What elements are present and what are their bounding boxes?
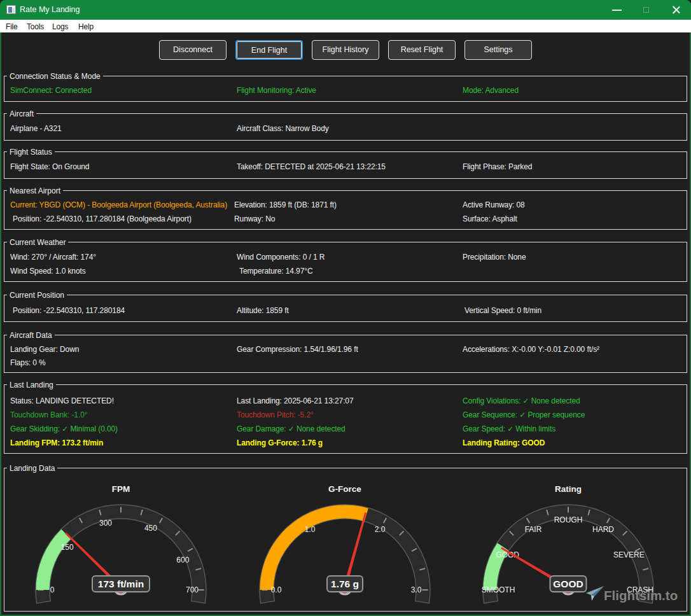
svg-text:0.0: 0.0	[271, 585, 282, 594]
svg-text:ROUGH: ROUGH	[554, 515, 583, 524]
svg-text:1.0: 1.0	[305, 525, 316, 534]
svg-text:SMOOTH: SMOOTH	[482, 585, 515, 594]
svg-text:Rating: Rating	[555, 484, 582, 494]
svg-text:G-Force: G-Force	[328, 484, 361, 494]
svg-text:HARD: HARD	[592, 525, 614, 534]
svg-text:150: 150	[61, 543, 74, 552]
svg-text:GOOD: GOOD	[553, 578, 583, 589]
svg-text:450: 450	[144, 524, 157, 533]
svg-text:3.0: 3.0	[411, 585, 422, 594]
svg-text:2.0: 2.0	[375, 525, 386, 534]
svg-text:FAIR: FAIR	[525, 525, 542, 534]
svg-text:1.76 g: 1.76 g	[331, 578, 359, 589]
svg-text:SEVERE: SEVERE	[613, 550, 645, 559]
svg-text:600: 600	[176, 556, 189, 564]
svg-text:300: 300	[99, 519, 112, 528]
svg-text:0: 0	[50, 585, 55, 594]
svg-text:173 ft/min: 173 ft/min	[98, 578, 144, 589]
svg-text:FPM: FPM	[112, 484, 130, 494]
svg-text:700: 700	[186, 585, 199, 594]
